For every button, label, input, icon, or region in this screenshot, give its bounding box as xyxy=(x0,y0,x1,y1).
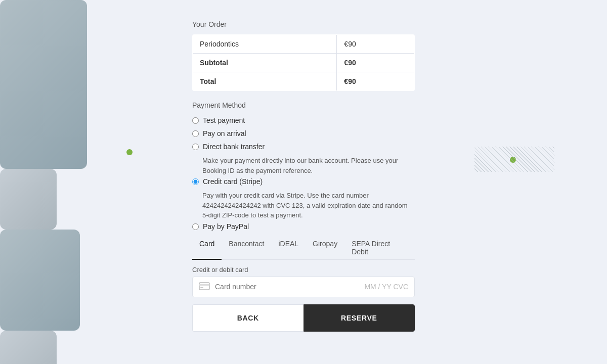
radio-desc-bank: Make your payment directly into our bank… xyxy=(202,156,415,175)
radio-label-test[interactable]: Test payment xyxy=(192,116,415,124)
action-row: BACK RESERVE xyxy=(192,304,415,332)
payment-method-section: Payment Method Test paymentPay on arriva… xyxy=(192,101,415,231)
radio-text-arrival: Pay on arrival xyxy=(203,129,246,138)
reserve-button[interactable]: RESERVE xyxy=(304,304,415,332)
back-button[interactable]: BACK xyxy=(192,304,304,332)
order-panel: Your Order Periodontics€90Subtotal€90Tot… xyxy=(192,20,415,332)
radio-option-test[interactable]: Test payment xyxy=(192,116,415,124)
radio-input-bank[interactable] xyxy=(192,144,199,150)
radio-option-stripe[interactable]: Credit card (Stripe)Pay with your credit… xyxy=(192,177,415,220)
radio-text-paypal: Pay by PayPal xyxy=(203,222,249,231)
order-row: Periodontics€90 xyxy=(193,35,415,54)
order-title: Your Order xyxy=(192,20,415,28)
payment-method-title: Payment Method xyxy=(192,101,415,109)
order-row: Total€90 xyxy=(193,72,415,91)
radio-text-test: Test payment xyxy=(203,116,245,124)
order-row-label: Periodontics xyxy=(193,35,337,54)
radio-desc-stripe: Pay with your credit card via Stripe. Us… xyxy=(202,191,415,220)
radio-option-arrival[interactable]: Pay on arrival xyxy=(192,129,415,138)
card-icon xyxy=(199,282,210,292)
radio-text-bank: Direct bank transfer xyxy=(203,143,265,151)
radio-label-bank[interactable]: Direct bank transfer xyxy=(192,143,415,151)
tab-sepa[interactable]: SEPA Direct Debit xyxy=(344,237,415,260)
card-number-input[interactable] xyxy=(215,283,364,291)
radio-option-bank[interactable]: Direct bank transferMake your payment di… xyxy=(192,143,415,175)
order-row-value: €90 xyxy=(337,72,415,91)
tab-card[interactable]: Card xyxy=(192,237,222,260)
card-section-label: Credit or debit card xyxy=(192,266,415,274)
svg-rect-2 xyxy=(200,287,203,288)
order-row-label: Subtotal xyxy=(193,54,337,72)
radio-input-test[interactable] xyxy=(192,117,199,124)
radio-option-paypal[interactable]: Pay by PayPal xyxy=(192,222,415,231)
radio-label-stripe[interactable]: Credit card (Stripe) xyxy=(192,177,415,186)
radio-input-arrival[interactable] xyxy=(192,130,199,137)
radio-label-arrival[interactable]: Pay on arrival xyxy=(192,129,415,138)
tab-ideal[interactable]: iDEAL xyxy=(271,237,306,260)
radio-input-paypal[interactable] xyxy=(192,223,199,230)
svg-rect-1 xyxy=(199,284,209,286)
card-input-row: MM / YY CVC xyxy=(192,277,415,297)
card-date-cvc: MM / YY CVC xyxy=(364,283,408,291)
svg-rect-0 xyxy=(199,283,209,290)
order-table: Periodontics€90Subtotal€90Total€90 xyxy=(192,34,415,91)
radio-input-stripe[interactable] xyxy=(192,178,199,185)
order-row-value: €90 xyxy=(337,54,415,72)
payment-tabs: CardBancontactiDEALGiropaySEPA Direct De… xyxy=(192,237,415,260)
order-row: Subtotal€90 xyxy=(193,54,415,72)
order-row-label: Total xyxy=(193,72,337,91)
tab-giropay[interactable]: Giropay xyxy=(306,237,344,260)
tab-bancontact[interactable]: Bancontact xyxy=(222,237,271,260)
radio-label-paypal[interactable]: Pay by PayPal xyxy=(192,222,415,231)
order-row-value: €90 xyxy=(337,35,415,54)
radio-text-stripe: Credit card (Stripe) xyxy=(203,177,263,186)
